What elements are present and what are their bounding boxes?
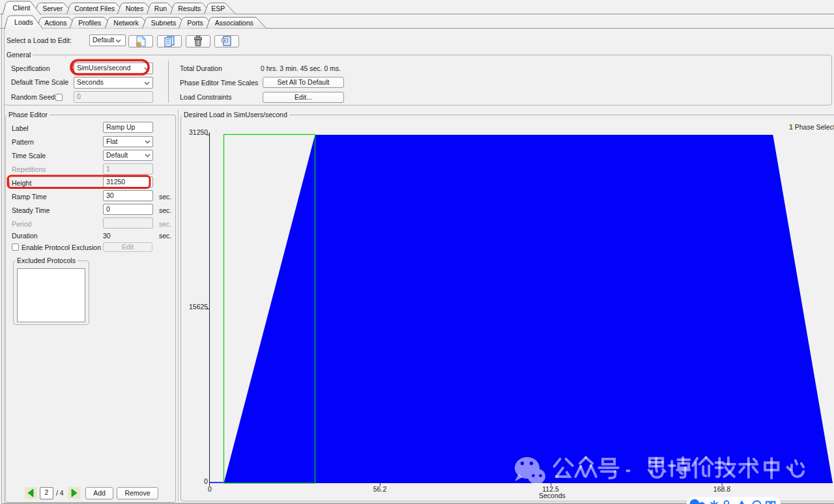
svg-text:Client: Client: [13, 4, 31, 12]
svg-text:Results: Results: [178, 5, 201, 12]
svg-text:Content Files: Content Files: [74, 5, 115, 12]
svg-text:Notes: Notes: [126, 5, 143, 12]
svg-text:ESP: ESP: [211, 5, 225, 12]
svg-text:Server: Server: [42, 5, 63, 12]
svg-text:Run: Run: [154, 5, 167, 12]
